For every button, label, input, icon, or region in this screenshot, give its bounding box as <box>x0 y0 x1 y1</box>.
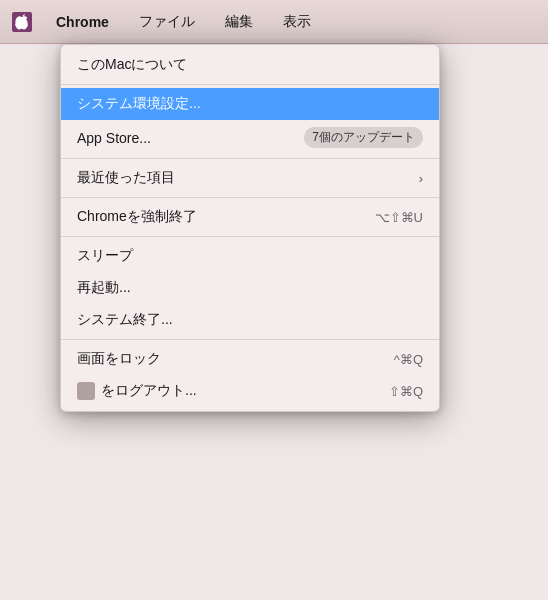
separator-1 <box>61 84 439 85</box>
apple-menu-button[interactable] <box>12 12 32 32</box>
logout-shortcut: ⇧⌘Q <box>389 384 423 399</box>
separator-2 <box>61 158 439 159</box>
separator-3 <box>61 197 439 198</box>
logout-item[interactable]: をログアウト... ⇧⌘Q <box>61 375 439 407</box>
system-preferences-item[interactable]: システム環境設定... <box>61 88 439 120</box>
menu-bar: Chrome ファイル 編集 表示 <box>0 0 548 44</box>
recent-items-item[interactable]: 最近使った項目 › <box>61 162 439 194</box>
force-quit-shortcut: ⌥⇧⌘U <box>375 210 423 225</box>
force-quit-item[interactable]: Chromeを強制終了 ⌥⇧⌘U <box>61 201 439 233</box>
chevron-right-icon: › <box>419 171 423 186</box>
edit-menu-item[interactable]: 編集 <box>219 9 259 35</box>
about-mac-item[interactable]: このMacについて <box>61 49 439 81</box>
sleep-item[interactable]: スリープ <box>61 240 439 272</box>
shutdown-item[interactable]: システム終了... <box>61 304 439 336</box>
lock-screen-item[interactable]: 画面をロック ^⌘Q <box>61 343 439 375</box>
view-menu-item[interactable]: 表示 <box>277 9 317 35</box>
separator-4 <box>61 236 439 237</box>
app-store-item[interactable]: App Store... 7個のアップデート <box>61 120 439 155</box>
file-menu-item[interactable]: ファイル <box>133 9 201 35</box>
lock-screen-shortcut: ^⌘Q <box>394 352 423 367</box>
apple-dropdown-menu: このMacについて システム環境設定... App Store... 7個のアッ… <box>60 44 440 412</box>
chrome-menu-item[interactable]: Chrome <box>50 10 115 34</box>
app-store-badge: 7個のアップデート <box>304 127 423 148</box>
separator-5 <box>61 339 439 340</box>
user-avatar <box>77 382 95 400</box>
restart-item[interactable]: 再起動... <box>61 272 439 304</box>
